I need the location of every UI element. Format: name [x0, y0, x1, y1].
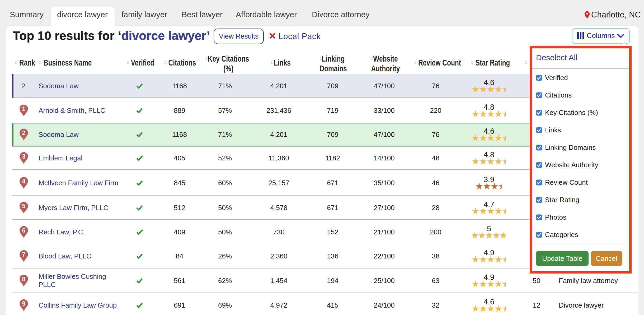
svg-text:6: 6 — [22, 227, 26, 234]
svg-text:8: 8 — [22, 276, 26, 282]
svg-text:9: 9 — [22, 300, 26, 307]
svg-text:2: 2 — [22, 129, 26, 136]
svg-text:7: 7 — [22, 251, 26, 258]
svg-text:5: 5 — [22, 203, 26, 210]
svg-text:4: 4 — [22, 178, 26, 185]
svg-text:1: 1 — [22, 105, 26, 112]
svg-text:3: 3 — [22, 153, 26, 160]
